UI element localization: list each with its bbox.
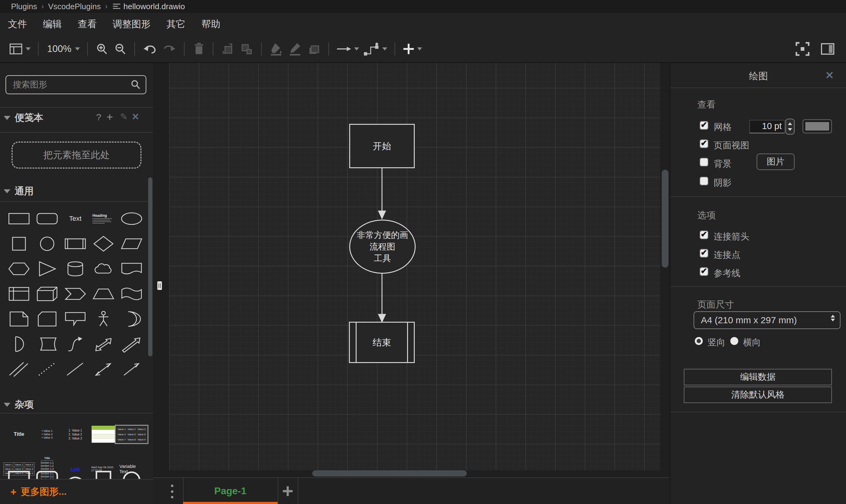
line-color-button[interactable] <box>288 42 302 56</box>
shape-data-storage[interactable] <box>35 335 59 354</box>
misc-section-header[interactable]: 杂项 <box>4 398 34 411</box>
breadcrumb-item[interactable]: VscodePlugins <box>48 2 101 11</box>
shape-internal-storage[interactable] <box>7 284 31 303</box>
shape-parallelogram[interactable] <box>119 234 144 253</box>
shape-card[interactable] <box>35 309 59 328</box>
connection-style-button[interactable] <box>336 44 359 54</box>
menu-view[interactable]: 查看 <box>78 18 97 31</box>
shape-process[interactable] <box>63 234 88 253</box>
shape-bidirectional-connector[interactable] <box>91 360 116 379</box>
misc-numbered-list[interactable]: 1. Value 1 2. Value 2 3. Value 3 <box>63 425 88 444</box>
shape-circle[interactable] <box>35 234 59 253</box>
scratchpad-edit-icon[interactable]: ✎ <box>120 111 128 122</box>
misc-bullet-list[interactable]: • Value 1 • Value 2 • Value 3 <box>35 425 59 444</box>
shape-directional-connector[interactable] <box>119 360 144 379</box>
shape-arrow[interactable] <box>119 335 144 354</box>
shape-or[interactable] <box>119 309 144 328</box>
search-input[interactable] <box>6 80 131 90</box>
shape-actor[interactable] <box>91 309 116 328</box>
menu-extras[interactable]: 其它 <box>167 18 186 31</box>
shape-link[interactable] <box>7 360 31 379</box>
grid-checkbox[interactable] <box>700 121 708 130</box>
view-panels-button[interactable] <box>9 43 31 55</box>
insert-button[interactable] <box>402 43 422 55</box>
menu-file[interactable]: 文件 <box>8 18 27 31</box>
shape-ellipse[interactable] <box>119 209 144 228</box>
delete-button[interactable] <box>192 42 205 56</box>
clear-default-style-button[interactable]: 清除默认风格 <box>684 386 832 403</box>
shape-rectangle[interactable] <box>7 209 31 228</box>
canvas-vertical-scrollbar[interactable] <box>662 170 669 268</box>
portrait-radio[interactable] <box>695 337 703 345</box>
drawing-canvas[interactable]: 开始 非常方便的画流程图工具 结束 <box>153 63 670 478</box>
fullscreen-button[interactable] <box>795 41 810 56</box>
shape-square[interactable] <box>7 234 31 253</box>
shape-step[interactable] <box>63 284 88 303</box>
undo-button[interactable] <box>142 42 157 55</box>
shape-cube[interactable] <box>35 284 59 303</box>
redo-button[interactable] <box>162 42 177 55</box>
scratchpad-add-icon[interactable]: + <box>106 111 113 124</box>
shape-cylinder[interactable] <box>63 259 88 278</box>
background-checkbox[interactable] <box>700 158 708 166</box>
scratchpad-header[interactable]: 便笺本 <box>4 111 43 124</box>
misc-rounded-rectangle[interactable] <box>35 469 59 479</box>
shape-bidirectional-arrow[interactable] <box>91 335 116 354</box>
menu-arrange[interactable]: 调整图形 <box>113 18 151 31</box>
breadcrumb-item[interactable]: Plugins <box>11 2 37 11</box>
shape-and[interactable] <box>7 335 31 354</box>
page-tab[interactable]: Page-1 <box>183 478 278 504</box>
misc-bordered-table[interactable]: Value 1Value 2Value 3 Value 4Value 5Valu… <box>119 425 144 444</box>
format-panel-toggle[interactable] <box>820 42 835 55</box>
misc-rectangle[interactable] <box>7 469 31 479</box>
shape-triangle[interactable] <box>35 259 59 278</box>
shape-text[interactable]: Text <box>63 209 88 228</box>
grid-color-swatch[interactable] <box>802 119 832 133</box>
shape-dashed-line[interactable] <box>35 360 59 379</box>
shape-tape[interactable] <box>119 284 144 303</box>
grid-size-stepper[interactable] <box>785 119 795 134</box>
shape-document[interactable] <box>119 259 144 278</box>
background-image-button[interactable]: 图片 <box>757 154 795 170</box>
pages-menu-button[interactable] <box>169 485 175 498</box>
shadow-button[interactable] <box>307 42 321 56</box>
more-shapes-button[interactable]: + 更多图形... <box>0 479 153 504</box>
flow-node-start[interactable]: 开始 <box>349 124 415 168</box>
landscape-radio[interactable] <box>730 337 738 345</box>
zoom-in-button[interactable] <box>95 42 109 56</box>
shape-diamond[interactable] <box>91 234 116 253</box>
misc-arc[interactable] <box>63 469 88 479</box>
scratchpad-dropzone[interactable]: 把元素拖至此处 <box>12 142 141 168</box>
shape-search[interactable] <box>5 75 146 94</box>
connection-points-checkbox[interactable] <box>700 249 708 257</box>
shape-curve[interactable] <box>63 335 88 354</box>
page-size-select[interactable]: A4 (210 mm x 297 mm) <box>694 311 841 329</box>
shape-callout[interactable] <box>63 309 88 328</box>
shadow-checkbox[interactable] <box>700 177 708 185</box>
fill-color-button[interactable] <box>269 42 283 56</box>
menu-help[interactable]: 帮助 <box>202 18 220 31</box>
general-section-header[interactable]: 通用 <box>4 185 34 198</box>
to-front-button[interactable] <box>221 42 235 56</box>
flow-node-end[interactable]: 结束 <box>349 322 415 363</box>
canvas-horizontal-scrollbar[interactable] <box>312 470 467 476</box>
zoom-out-button[interactable] <box>114 42 127 56</box>
shape-rounded-rectangle[interactable] <box>35 209 59 228</box>
scratchpad-help-icon[interactable]: ? <box>96 112 101 122</box>
shape-cloud[interactable] <box>91 259 116 278</box>
zoom-level-button[interactable]: 100% <box>46 43 80 54</box>
guides-checkbox[interactable] <box>700 267 708 276</box>
flow-node-middle[interactable]: 非常方便的画流程图工具 <box>349 220 416 274</box>
shape-trapezoid[interactable] <box>91 284 116 303</box>
misc-green-table[interactable] <box>91 425 116 444</box>
close-icon[interactable]: ✕ <box>825 69 834 82</box>
grid-size-input[interactable]: 10 pt <box>749 120 785 133</box>
to-back-button[interactable] <box>240 42 254 56</box>
edit-data-button[interactable]: 编辑数据 <box>684 369 832 385</box>
shape-hexagon[interactable] <box>7 259 31 278</box>
waypoint-style-button[interactable] <box>364 42 387 56</box>
shape-textbox[interactable]: Heading <box>91 209 116 228</box>
misc-square[interactable] <box>91 469 116 479</box>
sidebar-scrollbar[interactable] <box>148 177 152 356</box>
shape-line[interactable] <box>63 360 88 379</box>
